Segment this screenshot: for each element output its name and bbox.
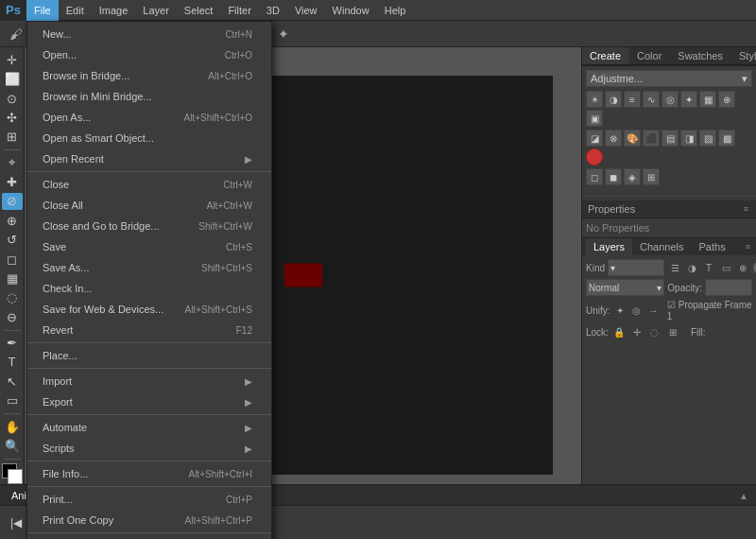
adj-icon-selective[interactable]: ▩ — [718, 130, 735, 147]
adj-icon-extra1[interactable]: ◻ — [586, 168, 603, 185]
menu-file[interactable]: File — [26, 0, 59, 21]
menu-automate[interactable]: Automate ▶ — [27, 417, 271, 438]
menu-open-as[interactable]: Open As... Alt+Shift+Ctrl+O — [27, 107, 271, 128]
blur-tool[interactable]: ◌ — [2, 289, 23, 306]
layer-filter-smart[interactable]: ⊕ — [735, 260, 750, 275]
menu-close[interactable]: Close Ctrl+W — [27, 174, 271, 195]
adj-icon-curves[interactable]: ∿ — [643, 91, 660, 108]
background-color[interactable] — [8, 469, 23, 484]
brush-tool[interactable]: ⊘ — [2, 193, 23, 210]
properties-menu[interactable]: ≡ — [742, 202, 750, 216]
tab-styles[interactable]: Styles — [731, 47, 756, 64]
tab-paths[interactable]: Paths — [692, 238, 733, 255]
menu-save[interactable]: Save Ctrl+S — [27, 236, 271, 257]
menu-browse-bridge[interactable]: Browse in Bridge... Alt+Ctrl+O — [27, 65, 271, 86]
shape-tool[interactable]: ▭ — [2, 392, 23, 409]
adj-icon-contrast[interactable]: ◑ — [605, 91, 622, 108]
tab-swatches[interactable]: Swatches — [670, 47, 731, 64]
quick-select-tool[interactable]: ✣ — [2, 109, 23, 126]
menu-window[interactable]: Window — [325, 0, 377, 21]
menu-export[interactable]: Export ▶ — [27, 391, 271, 412]
gradient-tool[interactable]: ▦ — [2, 270, 23, 287]
adj-icon-hsl[interactable]: ▦ — [699, 91, 716, 108]
menu-revert[interactable]: Revert F12 — [27, 320, 271, 340]
eyedropper-tool[interactable]: ⌖ — [2, 154, 23, 171]
layer-filter-shape[interactable]: ▭ — [718, 260, 733, 275]
layer-filter-text[interactable]: T — [701, 260, 716, 275]
lasso-tool[interactable]: ⊙ — [2, 90, 23, 107]
lock-icon-3[interactable]: ◌ — [647, 324, 662, 339]
adj-icon-colorlookup[interactable]: 🎨 — [624, 130, 641, 147]
pen-tool[interactable]: ✒ — [2, 334, 23, 351]
menu-close-goto-bridge[interactable]: Close and Go to Bridge... Shift+Ctrl+W — [27, 216, 271, 236]
adj-icon-colorbalance[interactable]: ⊕ — [718, 91, 735, 108]
menu-help[interactable]: Help — [377, 0, 414, 21]
adj-icon-exposure[interactable]: ◎ — [662, 91, 679, 108]
adj-icon-posterize[interactable]: ▤ — [662, 130, 679, 147]
adj-icon-gradient[interactable]: ▧ — [699, 130, 716, 147]
eraser-tool[interactable]: ◻ — [2, 251, 23, 268]
menu-open-smart[interactable]: Open as Smart Object... — [27, 128, 271, 148]
blend-mode-select[interactable]: Normal ▾ — [586, 279, 664, 296]
lock-icon-4[interactable]: ⊞ — [665, 324, 680, 339]
crop-tool[interactable]: ⊞ — [2, 129, 23, 146]
tab-color[interactable]: Color — [629, 47, 670, 64]
menu-file-info[interactable]: File Info... Alt+Shift+Ctrl+I — [27, 463, 271, 484]
menu-import[interactable]: Import ▶ — [27, 371, 271, 391]
menu-scripts[interactable]: Scripts ▶ — [27, 438, 271, 459]
layers-panel-menu[interactable]: ≡ — [744, 240, 752, 253]
adj-icon-extra3[interactable]: ◈ — [624, 168, 641, 185]
marquee-tool[interactable]: ⬜ — [2, 70, 23, 87]
text-tool[interactable]: T — [2, 354, 23, 371]
adj-icon-avatar[interactable] — [586, 148, 603, 165]
adj-icon-vibrance[interactable]: ✦ — [680, 91, 697, 108]
clone-tool[interactable]: ⊕ — [2, 212, 23, 229]
brush-tool-option-icon[interactable]: 🖌 — [6, 24, 26, 44]
tab-create[interactable]: Create — [582, 47, 629, 64]
unify-icon-2[interactable]: ◎ — [629, 303, 644, 318]
lock-icon-2[interactable]: ✛ — [629, 324, 644, 339]
adj-icon-levels[interactable]: ≡ — [624, 91, 641, 108]
opacity-input[interactable] — [705, 279, 752, 296]
menu-new[interactable]: New... Ctrl+N — [27, 24, 271, 44]
adj-icon-channelmix[interactable]: ⊗ — [605, 130, 622, 147]
history-brush-tool[interactable]: ↺ — [2, 232, 23, 249]
dodge-tool[interactable]: ⊖ — [2, 308, 23, 325]
adj-icon-photo[interactable]: ▣ — [586, 110, 603, 127]
menu-print[interactable]: Print... Ctrl+P — [27, 489, 271, 510]
adj-icon-extra4[interactable]: ⊞ — [643, 168, 660, 185]
transport-start[interactable]: |◀ — [8, 514, 25, 531]
unify-icon-1[interactable]: ✦ — [613, 303, 627, 318]
layers-kind-select[interactable]: ▾ — [608, 259, 664, 276]
menu-view[interactable]: View — [287, 0, 325, 21]
move-tool[interactable]: ✛ — [2, 51, 23, 68]
menu-open[interactable]: Open... Ctrl+O — [27, 44, 271, 65]
menu-save-as[interactable]: Save As... Shift+Ctrl+S — [27, 257, 271, 278]
menu-browse-mini-bridge[interactable]: Browse in Mini Bridge... — [27, 86, 271, 107]
menu-filter[interactable]: Filter — [220, 0, 258, 21]
unify-icon-3[interactable]: → — [646, 303, 661, 318]
zoom-tool[interactable]: 🔍 — [2, 437, 23, 454]
layer-filter-adjust[interactable]: ◑ — [684, 260, 699, 275]
adj-icon-sun[interactable]: ☀ — [586, 91, 603, 108]
adjustment-dropdown[interactable]: Adjustme... ▾ — [586, 70, 752, 87]
heal-tool[interactable]: ✚ — [2, 173, 23, 190]
tab-layers[interactable]: Layers — [586, 238, 632, 255]
hand-tool[interactable]: ✋ — [2, 418, 23, 435]
airbrush-icon[interactable]: ✦ — [273, 24, 294, 44]
menu-print-one[interactable]: Print One Copy Alt+Shift+Ctrl+P — [27, 510, 271, 530]
menu-edit[interactable]: Edit — [59, 0, 92, 21]
menu-select[interactable]: Select — [177, 0, 221, 21]
menu-place[interactable]: Place... — [27, 345, 271, 366]
menu-image[interactable]: Image — [92, 0, 136, 21]
path-select-tool[interactable]: ↖ — [2, 373, 23, 390]
menu-layer[interactable]: Layer — [135, 0, 177, 21]
layer-filter-pixel[interactable]: ☰ — [667, 260, 682, 275]
lock-icon-1[interactable]: 🔒 — [611, 324, 627, 339]
menu-exit[interactable]: Exit Ctrl+Q — [27, 535, 271, 539]
menu-save-web[interactable]: Save for Web & Devices... Alt+Shift+Ctrl… — [27, 299, 271, 320]
adj-icon-bw[interactable]: ◪ — [586, 130, 603, 147]
menu-close-all[interactable]: Close All Alt+Ctrl+W — [27, 195, 271, 216]
menu-check-in[interactable]: Check In... — [27, 278, 271, 299]
tab-channels[interactable]: Channels — [632, 238, 691, 255]
